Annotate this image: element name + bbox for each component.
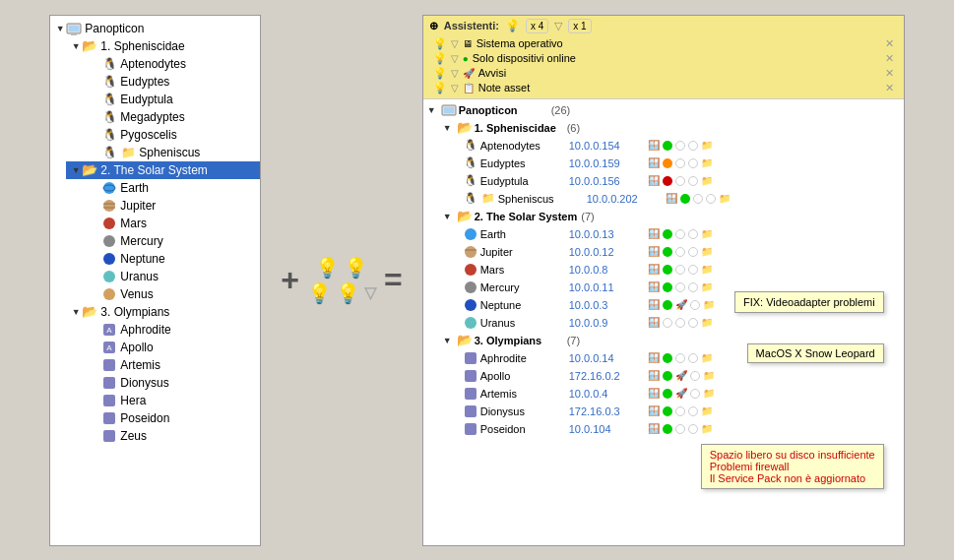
rgroup2-header[interactable]: ▼ 📂 2. The Solar System (7) bbox=[439, 208, 904, 225]
animal-icon: 🐧 bbox=[101, 145, 117, 160]
rtree-root-name: Panopticon bbox=[459, 104, 547, 116]
status-red bbox=[663, 176, 672, 186]
ritem-ip4: 10.0.0.202 bbox=[587, 193, 666, 205]
tree-item-zeus[interactable]: Zeus bbox=[97, 427, 260, 445]
ritem-jupiter[interactable]: Jupiter 10.0.0.12 🪟 📁 bbox=[459, 243, 904, 261]
tree-item-mars[interactable]: Mars bbox=[97, 215, 260, 232]
god-dionysus-icon bbox=[463, 404, 478, 419]
filter-close-4[interactable]: ✕ bbox=[885, 82, 894, 94]
ritem-aptenodytes[interactable]: 🐧 Aptenodytes 10.0.0.154 🪟 📁 bbox=[459, 137, 904, 155]
folder-e: 📁 bbox=[701, 228, 713, 239]
se-u0 bbox=[663, 318, 672, 328]
ritem-aphrodite-name: Aphrodite bbox=[480, 352, 569, 364]
status-gart bbox=[663, 389, 672, 399]
ritem-actions3: 🪟 📁 bbox=[648, 175, 713, 186]
bulb-sm-4: 💡 bbox=[433, 82, 447, 94]
rtree-root-count: (26) bbox=[551, 104, 640, 116]
win-icon-art: 🪟 bbox=[648, 388, 660, 399]
tree-item-mercury[interactable]: Mercury bbox=[97, 232, 260, 250]
bulb-icon-2: 💡 bbox=[344, 256, 368, 280]
filter-icon-center: ▽ bbox=[364, 283, 376, 302]
tooltip-olympians-line1: Spazio libero su disco insufficiente bbox=[710, 449, 875, 461]
tree-item-aphrodite[interactable]: A Aphrodite bbox=[97, 321, 260, 339]
tree-item-aptenodytes[interactable]: 🐧 Aptenodytes bbox=[97, 55, 260, 73]
item-label: Artemis bbox=[120, 358, 160, 372]
ritem-dionysus-actions: 🪟 📁 bbox=[648, 405, 713, 416]
ritem-apollo-actions: 🪟 🚀 📁 bbox=[648, 370, 715, 381]
ritem-uranus[interactable]: Uranus 10.0.0.9 🪟 📁 bbox=[459, 314, 904, 332]
ritem-dionysus[interactable]: Dionysus 172.16.0.3 🪟 📁 bbox=[459, 403, 904, 420]
planet-uranus-icon bbox=[463, 315, 478, 331]
tree-item-neptune[interactable]: Neptune bbox=[97, 250, 260, 268]
rgroup1-header[interactable]: ▼ 📂 1. Spheniscidae (6) bbox=[439, 119, 904, 137]
ritem-eudyptula[interactable]: 🐧 Eudyptula 10.0.0.156 🪟 📁 bbox=[459, 172, 904, 190]
status-g4 bbox=[680, 194, 690, 204]
plus-sign: + bbox=[281, 262, 299, 298]
ritem-mercury-actions: 🪟 📁 bbox=[648, 281, 713, 292]
ritem-spheniscus[interactable]: 🐧 📁 Spheniscus 10.0.0.202 🪟 📁 bbox=[459, 190, 904, 208]
tree-item-eudyptes[interactable]: 🐧 Eudyptes bbox=[97, 73, 260, 91]
expand-root: ▼ bbox=[427, 105, 441, 115]
bulb-icon-4: 💡 bbox=[336, 281, 360, 305]
item-label: Hera bbox=[120, 394, 146, 407]
ritem-poseidon[interactable]: Poseidon 10.0.104 🪟 📁 bbox=[459, 420, 904, 438]
left-panel: ▼ Panopticon ▼ 📂 1. Spheniscidae 🐧 Ap bbox=[49, 15, 261, 546]
animal-icon: 🐧 bbox=[101, 109, 117, 125]
rocket-art: 🚀 bbox=[675, 388, 687, 399]
tree-root-panopticon[interactable]: ▼ Panopticon bbox=[50, 20, 260, 37]
group1-header[interactable]: ▼ 📂 1. Spheniscidae bbox=[66, 37, 260, 55]
group2-header[interactable]: ▼ 📂 2. The Solar System bbox=[66, 161, 260, 179]
svg-rect-21 bbox=[103, 430, 115, 442]
planet-icon bbox=[101, 269, 117, 284]
folder-open-icon2: 📂 bbox=[82, 162, 97, 178]
filter-bar-header: ⊕ Assistenti: 💡 x 4 ▽ x 1 bbox=[429, 19, 898, 33]
tree-item-pygoscelis[interactable]: 🐧 Pygoscelis bbox=[97, 126, 260, 144]
tree-item-eudyptula[interactable]: 🐧 Eudyptula bbox=[97, 91, 260, 108]
win-icon-dio: 🪟 bbox=[648, 405, 660, 416]
svg-point-10 bbox=[103, 253, 115, 265]
ritem-ip2: 10.0.0.159 bbox=[569, 157, 648, 169]
tree-item-jupiter[interactable]: Jupiter bbox=[97, 197, 260, 215]
tree-item-venus[interactable]: Venus bbox=[97, 285, 260, 303]
ritem-apollo[interactable]: Apollo 172.16.0.2 🪟 🚀 📁 bbox=[459, 367, 904, 385]
status-gapo bbox=[663, 371, 672, 381]
ritem-mars[interactable]: Mars 10.0.0.8 🪟 📁 bbox=[459, 261, 904, 279]
group3-label: 3. Olympians bbox=[100, 305, 169, 319]
se-e1 bbox=[675, 229, 685, 239]
svg-rect-33 bbox=[465, 388, 477, 400]
ritem-name: Aptenodytes bbox=[480, 140, 569, 152]
person-icon bbox=[101, 428, 117, 444]
se-aph1 bbox=[675, 353, 685, 363]
filter-bar: ⊕ Assistenti: 💡 x 4 ▽ x 1 💡 ▽ 🖥 Sistema … bbox=[423, 16, 904, 99]
group3-children: A Aphrodite A Apollo Artemis bbox=[97, 321, 260, 445]
ritem-earth[interactable]: Earth 10.0.0.13 🪟 📁 bbox=[459, 225, 904, 243]
tree-item-hera[interactable]: Hera bbox=[97, 392, 260, 409]
ritem-artemis[interactable]: Artemis 10.0.0.4 🪟 🚀 📁 bbox=[459, 385, 904, 403]
tooltip-olympians-line3: Il Service Pack non è aggiornato bbox=[710, 472, 875, 484]
filter-close-2[interactable]: ✕ bbox=[885, 52, 894, 65]
tree-item-dionysus[interactable]: Dionysus bbox=[97, 374, 260, 392]
rgroup1: ▼ 📂 1. Spheniscidae (6) 🐧 Aptenodytes 10… bbox=[439, 119, 904, 208]
tree-item-earth[interactable]: Earth bbox=[97, 179, 260, 197]
filter-close-3[interactable]: ✕ bbox=[885, 67, 894, 80]
tree-item-poseidon[interactable]: Poseidon bbox=[97, 409, 260, 427]
folder-open-icon3: 📂 bbox=[82, 304, 97, 320]
rtree-root[interactable]: ▼ Panopticon (26) bbox=[423, 101, 904, 119]
ritem-dionysus-ip: 172.16.0.3 bbox=[569, 405, 648, 417]
filter-close-1[interactable]: ✕ bbox=[885, 37, 894, 50]
item-label: Zeus bbox=[120, 429, 147, 443]
rgroup2: ▼ 📂 2. The Solar System (7) Earth 10.0.0… bbox=[439, 208, 904, 332]
bulb-sm-1: 💡 bbox=[433, 37, 447, 50]
tree-item-artemis[interactable]: Artemis bbox=[97, 356, 260, 374]
item-label: Dionysus bbox=[120, 376, 168, 390]
group3-header[interactable]: ▼ 📂 3. Olympians bbox=[66, 303, 260, 321]
tree-item-megadyptes[interactable]: 🐧 Megadyptes bbox=[97, 108, 260, 126]
tree-item-spheniscus[interactable]: 🐧 📁 Spheniscus bbox=[97, 144, 260, 161]
ritem-eudyptes[interactable]: 🐧 Eudyptes 10.0.0.159 🪟 📁 bbox=[459, 155, 904, 172]
se-art2 bbox=[690, 389, 700, 399]
ritem-name3: Eudyptula bbox=[480, 175, 569, 187]
tree-item-uranus[interactable]: Uranus bbox=[97, 268, 260, 285]
badge2-text: x 1 bbox=[573, 21, 586, 31]
rgroup2-items: Earth 10.0.0.13 🪟 📁 bbox=[459, 225, 904, 332]
tree-item-apollo[interactable]: A Apollo bbox=[97, 339, 260, 356]
